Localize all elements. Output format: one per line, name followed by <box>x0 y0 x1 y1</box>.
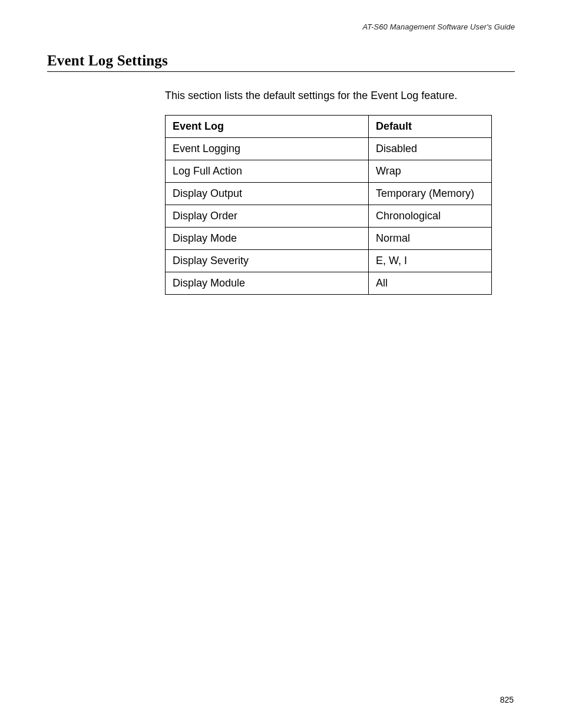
content-block: This section lists the default settings … <box>165 90 515 295</box>
table-header-default: Default <box>369 116 492 138</box>
table-row: Log Full Action Wrap <box>166 160 492 183</box>
settings-table: Event Log Default Event Logging Disabled… <box>165 115 492 295</box>
table-cell-setting: Display Output <box>166 183 369 205</box>
table-cell-default: Chronological <box>369 205 492 228</box>
table-cell-default: Normal <box>369 228 492 250</box>
running-header: AT-S60 Management Software User's Guide <box>47 22 515 31</box>
section-title: Event Log Settings <box>47 52 515 72</box>
page-number: 825 <box>500 695 514 704</box>
table-header-setting: Event Log <box>166 116 369 138</box>
page: AT-S60 Management Software User's Guide … <box>0 0 562 728</box>
table-cell-setting: Display Order <box>166 205 369 228</box>
table-cell-default: E, W, I <box>369 250 492 272</box>
table-cell-setting: Display Module <box>166 272 369 295</box>
table-cell-setting: Event Logging <box>166 138 369 160</box>
table-row: Display Order Chronological <box>166 205 492 228</box>
table-row: Display Output Temporary (Memory) <box>166 183 492 205</box>
table-row: Event Logging Disabled <box>166 138 492 160</box>
table-cell-setting: Log Full Action <box>166 160 369 183</box>
table-cell-setting: Display Severity <box>166 250 369 272</box>
table-row: Display Module All <box>166 272 492 295</box>
table-cell-default: Wrap <box>369 160 492 183</box>
table-cell-default: All <box>369 272 492 295</box>
table-cell-setting: Display Mode <box>166 228 369 250</box>
intro-text: This section lists the default settings … <box>165 90 515 102</box>
table-row: Display Mode Normal <box>166 228 492 250</box>
table-header-row: Event Log Default <box>166 116 492 138</box>
table-cell-default: Temporary (Memory) <box>369 183 492 205</box>
table-cell-default: Disabled <box>369 138 492 160</box>
table-row: Display Severity E, W, I <box>166 250 492 272</box>
